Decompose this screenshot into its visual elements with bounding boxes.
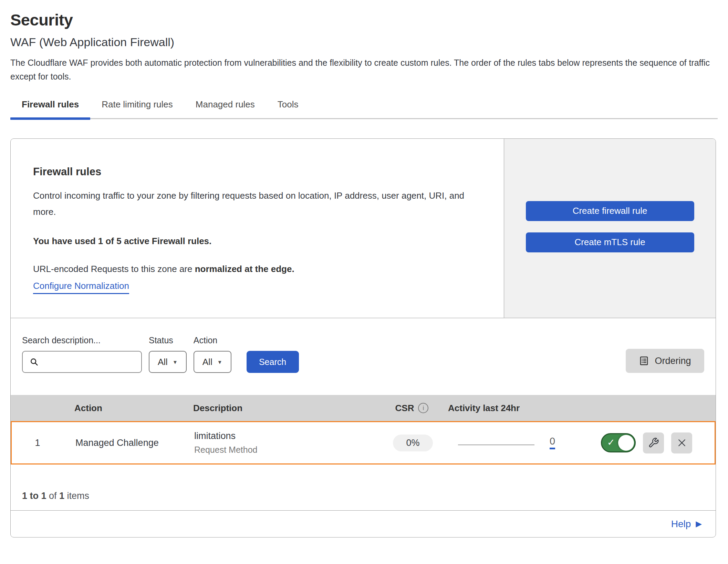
header-csr: CSR i bbox=[376, 403, 448, 414]
normalization-text: URL-encoded Requests to this zone are bbox=[33, 264, 195, 274]
status-dropdown-value: All bbox=[158, 357, 168, 367]
delete-rule-button[interactable] bbox=[671, 432, 692, 453]
card-top-section: Firewall rules Control incoming traffic … bbox=[11, 139, 716, 318]
rules-tab-bar: Firewall rules Rate limiting rules Manag… bbox=[10, 99, 718, 119]
ordering-button-label: Ordering bbox=[655, 356, 691, 366]
tab-rate-limiting-rules[interactable]: Rate limiting rules bbox=[90, 99, 184, 118]
tab-tools[interactable]: Tools bbox=[266, 99, 310, 118]
header-action: Action bbox=[62, 403, 183, 414]
ordering-list-icon bbox=[639, 356, 649, 366]
rule-priority: 1 bbox=[12, 438, 63, 448]
pagination-range: 1 to 1 bbox=[22, 491, 46, 501]
rule-enabled-toggle[interactable]: ✓ bbox=[601, 433, 636, 452]
chevron-down-icon: ▼ bbox=[217, 359, 222, 365]
page-subtitle: WAF (Web Application Firewall) bbox=[10, 35, 718, 49]
search-icon bbox=[29, 357, 39, 367]
rule-action: Managed Challenge bbox=[63, 438, 184, 448]
status-dropdown[interactable]: All ▼ bbox=[149, 351, 187, 373]
filter-fields: Search description... Status bbox=[22, 335, 299, 373]
action-dropdown[interactable]: All ▼ bbox=[194, 351, 231, 373]
create-actions-panel: Create firewall rule Create mTLS rule bbox=[504, 139, 716, 318]
rule-csr-cell: 0% bbox=[377, 435, 449, 451]
configure-normalization-link[interactable]: Configure Normalization bbox=[33, 281, 129, 294]
status-field-label: Status bbox=[149, 335, 187, 345]
action-field-label: Action bbox=[194, 335, 231, 345]
rule-description-cell: limitations Request Method bbox=[184, 431, 377, 455]
help-link-label: Help bbox=[671, 519, 691, 530]
header-csr-label: CSR bbox=[395, 403, 414, 414]
card-heading: Firewall rules bbox=[33, 166, 483, 178]
check-icon: ✓ bbox=[607, 437, 615, 448]
search-field-label: Search description... bbox=[22, 335, 142, 345]
create-mtls-rule-button[interactable]: Create mTLS rule bbox=[526, 232, 694, 252]
activity-count-link[interactable]: 0 bbox=[550, 436, 555, 449]
search-input[interactable] bbox=[44, 357, 135, 367]
rule-description: limitations bbox=[194, 431, 377, 441]
normalization-bold-text: normalized at the edge. bbox=[195, 264, 294, 274]
rule-activity-cell: 0 bbox=[449, 436, 597, 449]
wrench-icon bbox=[648, 437, 659, 448]
normalization-statement: URL-encoded Requests to this zone are no… bbox=[33, 264, 483, 274]
card-help-row: Help ▶ bbox=[11, 510, 716, 537]
header-description: Description bbox=[183, 403, 376, 414]
toggle-knob bbox=[618, 435, 634, 451]
activity-sparkline bbox=[458, 445, 534, 445]
csr-info-icon[interactable]: i bbox=[418, 403, 428, 413]
card-description: Control incoming traffic to your zone by… bbox=[33, 188, 481, 220]
header-activity: Activity last 24hr bbox=[448, 403, 596, 414]
filter-bar: Search description... Status bbox=[11, 318, 716, 390]
action-dropdown-value: All bbox=[202, 357, 212, 367]
pagination-summary: 1 to 1 of 1 items bbox=[11, 464, 716, 510]
status-field-group: Status All ▼ bbox=[149, 335, 187, 373]
firewall-rules-info: Firewall rules Control incoming traffic … bbox=[11, 139, 504, 318]
tab-managed-rules[interactable]: Managed rules bbox=[184, 99, 266, 118]
tab-firewall-rules[interactable]: Firewall rules bbox=[10, 99, 90, 118]
firewall-rules-card: Firewall rules Control incoming traffic … bbox=[10, 138, 716, 537]
ordering-button[interactable]: Ordering bbox=[626, 349, 704, 373]
pagination-total: 1 bbox=[59, 491, 64, 501]
close-icon bbox=[677, 438, 687, 448]
action-field-group: Action All ▼ bbox=[194, 335, 231, 373]
search-input-box bbox=[22, 351, 142, 373]
page-description: The Cloudflare WAF provides both automat… bbox=[10, 56, 716, 83]
create-firewall-rule-button[interactable]: Create firewall rule bbox=[526, 201, 694, 221]
table-header-row: Action Description CSR i Activity last 2… bbox=[11, 395, 716, 421]
rule-controls: ✓ bbox=[597, 432, 715, 453]
csr-badge: 0% bbox=[393, 435, 433, 451]
waf-security-page: Security WAF (Web Application Firewall) … bbox=[0, 0, 728, 564]
help-link[interactable]: Help ▶ bbox=[671, 519, 702, 530]
usage-statement: You have used 1 of 5 active Firewall rul… bbox=[33, 236, 483, 247]
rule-expression-summary: Request Method bbox=[194, 445, 377, 455]
arrow-right-icon: ▶ bbox=[696, 520, 702, 528]
search-field-group: Search description... bbox=[22, 335, 142, 373]
search-button[interactable]: Search bbox=[247, 351, 299, 373]
edit-rule-button[interactable] bbox=[643, 432, 664, 453]
chevron-down-icon: ▼ bbox=[173, 359, 178, 365]
page-title: Security bbox=[10, 10, 718, 29]
firewall-rule-row: 1 Managed Challenge limitations Request … bbox=[11, 421, 716, 464]
